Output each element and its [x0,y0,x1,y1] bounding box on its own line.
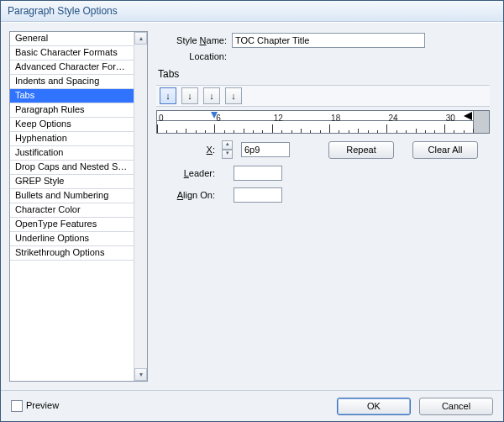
tab-align-right[interactable]: ↓ [203,87,220,104]
sidebar-scrollbar[interactable]: ▴ ▾ [134,32,147,381]
x-step-down-icon[interactable]: ▾ [222,150,233,159]
align-on-label: Align On: [156,190,215,200]
checkbox-icon [11,400,23,412]
ruler-tick-label: 30 [446,113,455,123]
sidebar-item-general[interactable]: General [10,32,134,46]
sidebar-item-bullets-and-numbering[interactable]: Bullets and Numbering [10,189,134,203]
location-label: Location: [156,51,232,61]
repeat-button[interactable]: Repeat [328,141,394,159]
sidebar-item-grep-style[interactable]: GREP Style [10,175,134,189]
sidebar-item-tabs[interactable]: Tabs [10,89,134,103]
sidebar-item-justification[interactable]: Justification [10,146,134,161]
ruler-tick-label: 12 [274,113,283,123]
x-stepper[interactable]: ▴ ▾ [222,140,233,159]
tab-align-decimal[interactable]: ↓ [225,87,242,104]
leader-label: Leader: [156,168,215,178]
tab-stop-marker-icon[interactable] [211,112,218,120]
sidebar-item-basic-character-formats[interactable]: Basic Character Formats [10,46,134,61]
scroll-down-button[interactable]: ▾ [134,368,147,381]
sidebar-item-opentype-features[interactable]: OpenType Features [10,218,134,232]
leader-input[interactable] [234,166,282,181]
sidebar-item-paragraph-rules[interactable]: Paragraph Rules [10,103,134,118]
x-input[interactable] [241,142,290,157]
tab-alignment-bar: ↓↓↓↓ [156,85,490,107]
preview-checkbox[interactable]: Preview [11,400,59,412]
ruler-overflow [474,110,490,134]
tab-align-left[interactable]: ↓ [160,87,176,104]
preview-label: Preview [26,400,59,410]
style-name-label: Style Name: [156,35,232,45]
scroll-up-button[interactable]: ▴ [134,32,147,45]
content-pane: Style Name: Location: Tabs ↓↓↓↓ 06121824… [155,31,495,382]
sidebar-item-hyphenation[interactable]: Hyphenation [10,132,134,146]
panel-title: Tabs [158,68,490,80]
sidebar-item-keep-options[interactable]: Keep Options [10,118,134,132]
ok-button[interactable]: OK [337,398,411,415]
x-label: X: [156,145,215,155]
cancel-button[interactable]: Cancel [419,398,493,415]
clear-all-button[interactable]: Clear All [412,141,478,159]
svg-marker-1 [211,112,218,119]
ruler-tick-label: 18 [331,113,340,123]
tab-ruler[interactable]: 0612182430 [156,110,474,134]
dialog-footer: Preview OK Cancel [1,390,503,421]
titlebar: Paragraph Style Options [1,1,503,22]
ruler-wrap: 0612182430 [156,110,490,134]
window-title: Paragraph Style Options [8,5,118,17]
category-sidebar: GeneralBasic Character FormatsAdvanced C… [9,31,148,382]
sidebar-item-indents-and-spacing[interactable]: Indents and Spacing [10,75,134,89]
sidebar-item-strikethrough-options[interactable]: Strikethrough Options [10,246,134,261]
align-on-input[interactable] [234,187,282,203]
style-name-input[interactable] [232,33,425,48]
ruler-tick-label: 24 [388,113,397,123]
right-indent-marker-icon[interactable] [464,112,472,120]
svg-marker-0 [464,112,472,120]
sidebar-item-advanced-character-formats[interactable]: Advanced Character Formats [10,61,134,75]
main-area: GeneralBasic Character FormatsAdvanced C… [1,23,503,390]
ruler-tick-label: 0 [159,113,164,123]
tab-align-center[interactable]: ↓ [181,87,198,104]
dialog-window: Paragraph Style Options GeneralBasic Cha… [0,0,504,422]
sidebar-item-character-color[interactable]: Character Color [10,203,134,218]
dialog-body: GeneralBasic Character FormatsAdvanced C… [1,22,503,421]
sidebar-item-drop-caps-and-nested-styles[interactable]: Drop Caps and Nested Styles [10,161,134,175]
x-step-up-icon[interactable]: ▴ [222,140,233,150]
sidebar-item-underline-options[interactable]: Underline Options [10,232,134,246]
